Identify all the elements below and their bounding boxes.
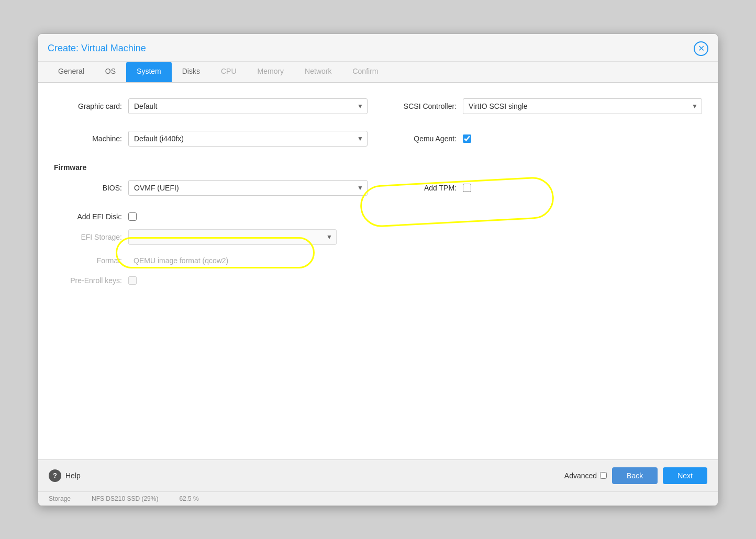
- footer: ? Help Advanced Back Next: [38, 459, 718, 491]
- tab-os[interactable]: OS: [95, 62, 126, 82]
- tab-system[interactable]: System: [126, 62, 172, 82]
- pre-enroll-label: Pre-Enroll keys:: [54, 276, 122, 285]
- efi-storage-label: EFI Storage:: [54, 233, 122, 241]
- scsi-controller-label: SCSI Controller:: [388, 102, 457, 110]
- machine-label: Machine:: [54, 134, 122, 143]
- qemu-agent-checkbox-wrapper: [463, 134, 471, 143]
- pre-enroll-checkbox: [128, 276, 137, 285]
- taskbar-storage-label: Storage: [49, 495, 71, 502]
- tab-general[interactable]: General: [48, 62, 95, 82]
- firmware-section-header: Firmware: [54, 163, 702, 172]
- main-window: Create: Virtual Machine ✕ General OS Sys…: [38, 33, 718, 506]
- close-button[interactable]: ✕: [694, 41, 708, 56]
- format-label: Format:: [54, 256, 122, 265]
- taskbar-usage: 62.5 %: [179, 495, 198, 502]
- qemu-agent-label: Qemu Agent:: [388, 134, 457, 143]
- taskbar-storage-value: NFS DS210 SSD (29%): [92, 495, 158, 502]
- tab-confirm: Confirm: [342, 62, 388, 82]
- tab-cpu: CPU: [210, 62, 247, 82]
- format-value: QEMU image format (qcow2): [128, 253, 234, 268]
- title-bar: Create: Virtual Machine ✕: [38, 34, 718, 62]
- tab-bar: General OS System Disks CPU Memory Netwo…: [38, 62, 718, 83]
- add-efi-disk-checkbox[interactable]: [128, 212, 137, 221]
- advanced-checkbox[interactable]: [600, 472, 607, 479]
- main-content: Graphic card: Default ▼ SCSI Controller:…: [38, 83, 718, 459]
- bios-label: BIOS:: [54, 184, 122, 192]
- graphic-card-label: Graphic card:: [54, 102, 122, 110]
- scsi-controller-select[interactable]: VirtIO SCSI single: [463, 98, 702, 114]
- add-tpm-label: Add TPM:: [388, 184, 457, 192]
- window-title: Create: Virtual Machine: [48, 43, 146, 59]
- pre-enroll-checkbox-wrapper: [128, 276, 137, 285]
- footer-right: Advanced Back Next: [564, 467, 707, 484]
- tab-memory: Memory: [247, 62, 295, 82]
- qemu-agent-checkbox[interactable]: [463, 134, 471, 143]
- help-icon: ?: [49, 469, 61, 482]
- bios-select[interactable]: OVMF (UEFI) SeaBIOS: [128, 180, 368, 196]
- graphic-card-select[interactable]: Default: [128, 98, 368, 114]
- advanced-text: Advanced: [564, 471, 597, 480]
- help-label: Help: [65, 471, 81, 480]
- help-button[interactable]: ? Help: [49, 469, 81, 482]
- add-efi-disk-label: Add EFI Disk:: [54, 212, 122, 221]
- tab-network: Network: [294, 62, 342, 82]
- efi-storage-select: [128, 229, 337, 245]
- back-button[interactable]: Back: [612, 467, 658, 484]
- taskbar-hint: Storage NFS DS210 SSD (29%) 62.5 %: [38, 491, 718, 506]
- next-button[interactable]: Next: [663, 467, 707, 484]
- add-tpm-checkbox[interactable]: [463, 184, 471, 192]
- add-tpm-checkbox-wrapper: [463, 184, 471, 192]
- tab-disks[interactable]: Disks: [172, 62, 210, 82]
- advanced-label[interactable]: Advanced: [564, 471, 607, 480]
- machine-select[interactable]: Default (i440fx): [128, 131, 368, 147]
- add-efi-disk-checkbox-wrapper: [128, 212, 137, 221]
